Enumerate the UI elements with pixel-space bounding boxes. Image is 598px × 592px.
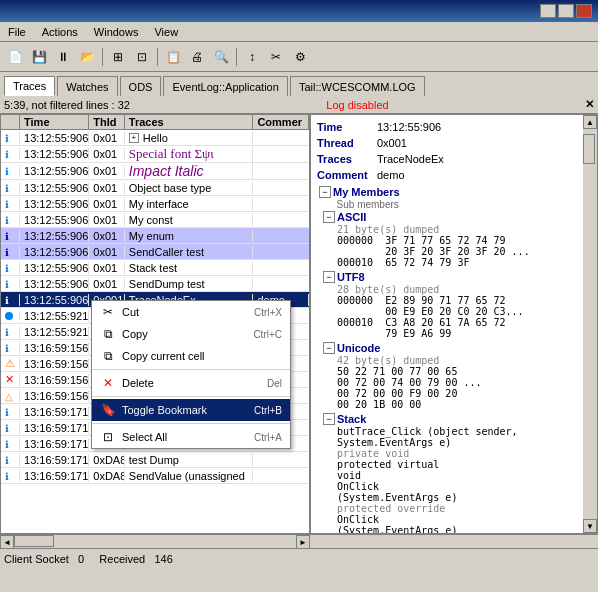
cm-select-all-label: Select All [122,431,167,443]
row-thread: Thread 0x001 [317,137,577,152]
row-comment: Comment demo [317,169,577,184]
tree-utf8[interactable]: − UTF8 [321,270,577,284]
hscroll-left[interactable]: ◄ [0,535,14,549]
th-time: Time [20,115,89,129]
scroll-thumb[interactable] [583,134,595,164]
ascii-row2: 000010 65 72 74 79 3F [337,257,577,268]
cm-cut-shortcut: Ctrl+X [254,307,282,318]
hscroll-right[interactable]: ► [296,535,310,549]
tb-btn-7[interactable]: ↕ [241,46,263,68]
utf8-row3: 79 E9 A6 99 [337,328,577,339]
tb-btn-6[interactable]: 🔍 [210,46,232,68]
table-row[interactable]: ℹ 13:16:59:171 0xDA8 SendValue (unassign… [1,468,309,484]
tb-btn-4[interactable]: 📋 [162,46,184,68]
sub-members: Sub members [331,199,577,210]
menu-actions[interactable]: Actions [38,25,82,39]
right-scrollbar[interactable]: ▲ ▼ [583,115,597,533]
unicode-row1: 50 22 71 00 77 00 65 [337,366,577,377]
table-row[interactable]: ℹ 13:12:55:906 0x01 My const [1,212,309,228]
tree-unicode[interactable]: − Unicode [321,341,577,355]
menu-view[interactable]: View [150,25,182,39]
toolbar-sep1 [102,48,103,66]
hscroll-thumb[interactable] [14,535,54,547]
minimize-button[interactable] [540,4,556,18]
table-row[interactable]: ℹ 13:16:59:171 0xDA8 test Dump [1,452,309,468]
scroll-up-button[interactable]: ▲ [583,115,597,129]
traces-label: Traces [317,153,377,168]
table-row[interactable]: ℹ 13:12:55:906 0x01 +Hello [1,130,309,146]
table-row[interactable]: ℹ 13:12:55:906 0x01 Stack test [1,260,309,276]
tb-btn-9[interactable]: ⚙ [289,46,311,68]
scroll-down-button[interactable]: ▼ [583,519,597,533]
table-row[interactable]: ℹ 13:12:55:906 0x01 Special font Σψι [1,146,309,163]
unicode-row2b: 00 20 1B 00 00 [337,399,577,410]
cm-select-all[interactable]: ⊡ Select All Ctrl+A [92,426,290,448]
toolbar-sep3 [236,48,237,66]
pause-button[interactable]: ⏸ [52,46,74,68]
time-label: Time [317,121,377,136]
stack-line8: protected override [337,503,577,514]
tree-stack[interactable]: − Stack [321,412,577,426]
tree-expand-ascii[interactable]: − [323,211,335,223]
tab-eventlog[interactable]: EventLog::Application [163,76,287,96]
table-row[interactable]: ℹ 13:12:55:906 0x01 My interface [1,196,309,212]
cm-cut[interactable]: ✂ Cut Ctrl+X [92,301,290,323]
table-row[interactable]: ℹ 13:12:55:906 0x01 SendDump test [1,276,309,292]
cm-copy-cell-label: Copy current cell [122,350,205,362]
stack-line4: protected virtual [337,459,577,470]
ascii-data: 21 byte(s) dumped 000000 3F 71 77 65 72 … [337,224,577,268]
open-button[interactable]: 📂 [76,46,98,68]
tree-expand-utf8[interactable]: − [323,271,335,283]
stack-line9: OnClick [337,514,577,525]
cm-toggle-bookmark-label: Toggle Bookmark [122,404,207,416]
context-menu: ✂ Cut Ctrl+X ⧉ Copy Ctrl+C ⧉ Copy curren… [91,300,291,449]
tree-expand-icon[interactable]: − [319,186,331,198]
cm-select-all-shortcut: Ctrl+A [254,432,282,443]
cm-toggle-bookmark[interactable]: 🔖 Toggle Bookmark Ctrl+B [92,399,290,421]
close-log-button[interactable]: ✕ [585,98,594,111]
copy-icon: ⧉ [100,326,116,342]
tab-traces[interactable]: Traces [4,76,55,96]
stack-line5: void [337,470,577,481]
comment-label: Comment [317,169,377,184]
left-hscroll[interactable]: ◄ ► [0,534,310,548]
stack-line10: (System.EventArgs e) [337,525,577,533]
close-button[interactable] [576,4,592,18]
cm-delete[interactable]: ✕ Delete Del [92,372,290,394]
maximize-button[interactable] [558,4,574,18]
bottom-scroll-area: ◄ ► [0,534,598,548]
th-comment: Commer [253,115,309,129]
cm-toggle-bookmark-shortcut: Ctrl+B [254,405,282,416]
hscroll-track[interactable] [14,535,296,548]
ascii-row1b: 20 3F 20 3F 20 3F 20 ... [337,246,577,257]
table-row[interactable]: ℹ 13:12:55:906 0x01 Object base type [1,180,309,196]
log-header: 5:39, not filtered lines : 32 Log disabl… [0,96,598,114]
save-button[interactable]: 💾 [28,46,50,68]
scroll-track[interactable] [583,129,597,519]
table-row[interactable]: ℹ 13:12:55:906 0x01 Impact Italic [1,163,309,180]
cm-copy[interactable]: ⧉ Copy Ctrl+C [92,323,290,345]
title-bar [0,0,598,22]
new-button[interactable]: 📄 [4,46,26,68]
cm-sep3 [92,423,290,424]
status-bar: Client Socket 0 Received 146 [0,548,598,568]
table-row[interactable]: ℹ 13:12:55:906 0x01 SendCaller test [1,244,309,260]
main-content: Time ThId Traces Commer ℹ 13:12:55:906 0… [0,114,598,534]
tab-watches[interactable]: Watches [57,76,117,96]
menu-file[interactable]: File [4,25,30,39]
tb-btn-5[interactable]: 🖨 [186,46,208,68]
tb-btn-8[interactable]: ✂ [265,46,287,68]
cm-delete-label: Delete [122,377,154,389]
tb-btn-3[interactable]: ⊡ [131,46,153,68]
right-content: Time 13:12:55:906 Thread 0x001 Traces Tr… [311,115,583,533]
cm-copy-cell[interactable]: ⧉ Copy current cell [92,345,290,367]
tb-btn-2[interactable]: ⊞ [107,46,129,68]
tree-my-members[interactable]: − My Members [317,185,577,199]
tree-expand-stack[interactable]: − [323,413,335,425]
tab-tail[interactable]: Tail::WCESCOMM.LOG [290,76,425,96]
tree-expand-unicode[interactable]: − [323,342,335,354]
tab-ods[interactable]: ODS [120,76,162,96]
menu-windows[interactable]: Windows [90,25,143,39]
table-row[interactable]: ℹ 13:12:55:906 0x01 My enum [1,228,309,244]
tree-ascii[interactable]: − ASCII [321,210,577,224]
